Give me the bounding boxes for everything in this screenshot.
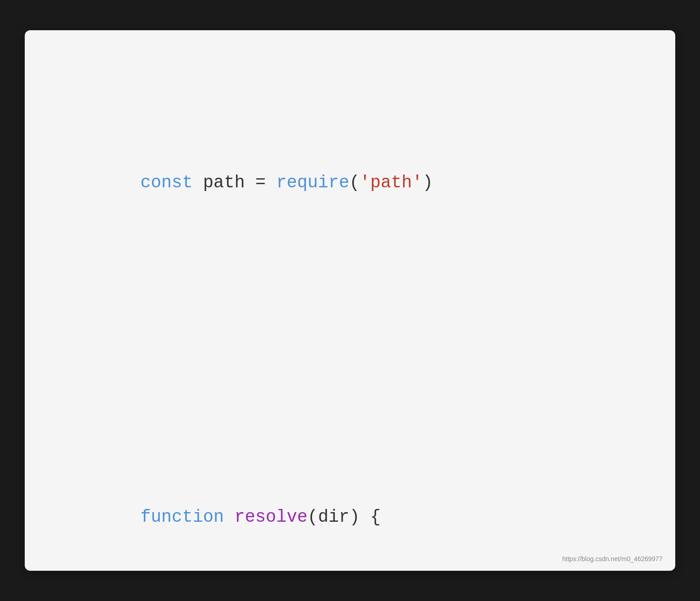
keyword-function: function [140, 507, 224, 527]
code-text: ( [350, 173, 360, 192]
watermark: https://blog.csdn.net/m0_46269977 [562, 555, 662, 563]
code-line-empty-1 [57, 336, 643, 364]
code-line-1: const path = require('path') [57, 141, 643, 224]
code-text: ) [422, 173, 433, 192]
string-path: 'path' [360, 173, 422, 192]
code-text: (dir) { [307, 507, 381, 527]
code-line-3: function resolve(dir) { [57, 475, 643, 559]
code-text: path = [192, 173, 276, 192]
screenshot-container: const path = require('path') function re… [0, 0, 700, 601]
keyword-const: const [140, 173, 192, 192]
keyword-require: require [276, 173, 350, 192]
function-name-resolve: resolve [235, 507, 308, 527]
code-card: const path = require('path') function re… [25, 30, 675, 571]
code-block: const path = require('path') function re… [57, 58, 643, 601]
code-text [224, 507, 235, 527]
